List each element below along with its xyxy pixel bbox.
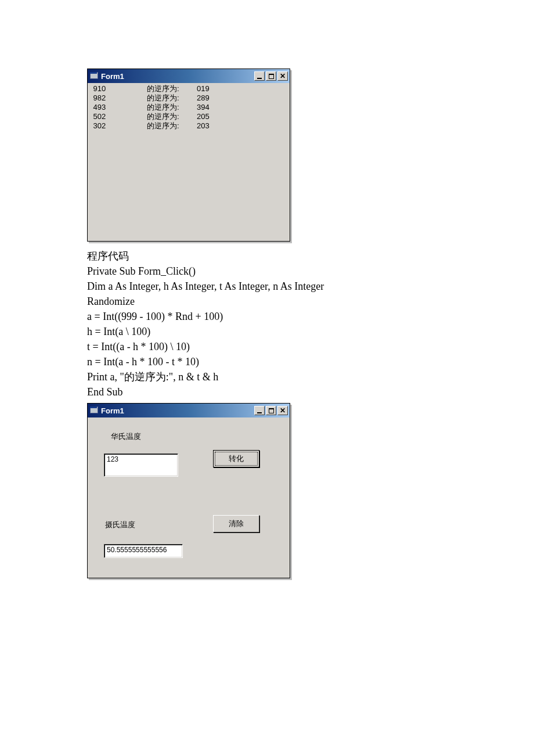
code-line: Randomize <box>87 294 435 309</box>
code-line: h = Int(a \ 100) <box>87 324 435 339</box>
output-number: 502 <box>91 112 147 121</box>
output-reversed: 394 <box>197 103 232 112</box>
output-row: 493 的逆序为: 394 <box>91 103 286 112</box>
form1-client-area[interactable]: 910 的逆序为: 019 982 的逆序为: 289 493 的逆序为: 39… <box>88 83 290 132</box>
maximize-button[interactable] <box>266 71 276 81</box>
close-button[interactable]: ✕ <box>277 71 288 81</box>
vb-form-icon <box>89 406 99 415</box>
window-control-buttons: ✕ <box>254 406 288 415</box>
maximize-button[interactable] <box>266 406 276 415</box>
celsius-label: 摄氏温度 <box>105 520 135 530</box>
output-row: 502 的逆序为: 205 <box>91 112 286 121</box>
fahrenheit-input[interactable]: 123 <box>104 453 178 477</box>
code-line: Private Sub Form_Click() <box>87 264 435 279</box>
output-label: 的逆序为: <box>147 121 197 131</box>
code-line: Dim a As Integer, h As Integer, t As Int… <box>87 279 435 294</box>
output-reversed: 205 <box>197 112 232 121</box>
fahrenheit-label: 华氏温度 <box>111 431 141 442</box>
output-row: 982 的逆序为: 289 <box>91 93 286 103</box>
code-line: n = Int(a - h * 100 - t * 10) <box>87 354 435 369</box>
form1-reverse-window: Form1 ✕ 910 的逆序为: 019 982 的逆序为: 289 493 … <box>87 69 290 242</box>
code-heading: 程序代码 <box>87 249 435 264</box>
output-label: 的逆序为: <box>147 103 197 112</box>
minimize-button[interactable] <box>254 406 265 415</box>
code-line: End Sub <box>87 384 435 399</box>
titlebar[interactable]: Form1 ✕ <box>88 69 290 83</box>
source-code-block: 程序代码 Private Sub Form_Click() Dim a As I… <box>87 249 435 399</box>
close-button[interactable]: ✕ <box>277 406 288 415</box>
output-reversed: 019 <box>197 84 232 93</box>
output-number: 910 <box>91 84 147 93</box>
document-page: Form1 ✕ 910 的逆序为: 019 982 的逆序为: 289 493 … <box>0 0 534 756</box>
output-number: 982 <box>91 93 147 103</box>
form2-client-area: 华氏温度 123 转化 摄氏温度 清除 50.5555555555556 <box>88 417 290 578</box>
code-line: a = Int((999 - 100) * Rnd + 100) <box>87 309 435 324</box>
celsius-output[interactable]: 50.5555555555556 <box>104 544 183 558</box>
window-title: Form1 <box>101 72 254 81</box>
output-label: 的逆序为: <box>147 93 197 103</box>
output-label: 的逆序为: <box>147 84 197 93</box>
output-label: 的逆序为: <box>147 112 197 121</box>
output-number: 302 <box>91 121 147 131</box>
output-number: 493 <box>91 103 147 112</box>
vb-form-icon <box>89 71 99 81</box>
clear-button[interactable]: 清除 <box>213 515 259 532</box>
convert-button[interactable]: 转化 <box>213 450 259 467</box>
output-row: 302 的逆序为: 203 <box>91 121 286 131</box>
code-line: Print a, "的逆序为:", n & t & h <box>87 369 435 384</box>
form1-temperature-window: Form1 ✕ 华氏温度 123 转化 摄氏温度 清除 50.555555555… <box>87 403 290 578</box>
window-control-buttons: ✕ <box>254 71 288 81</box>
code-line: t = Int((a - h * 100) \ 10) <box>87 339 435 354</box>
output-row: 910 的逆序为: 019 <box>91 84 286 93</box>
output-reversed: 289 <box>197 93 232 103</box>
window-title: Form1 <box>101 406 254 415</box>
titlebar[interactable]: Form1 ✕ <box>88 404 290 417</box>
minimize-button[interactable] <box>254 71 265 81</box>
output-reversed: 203 <box>197 121 232 131</box>
